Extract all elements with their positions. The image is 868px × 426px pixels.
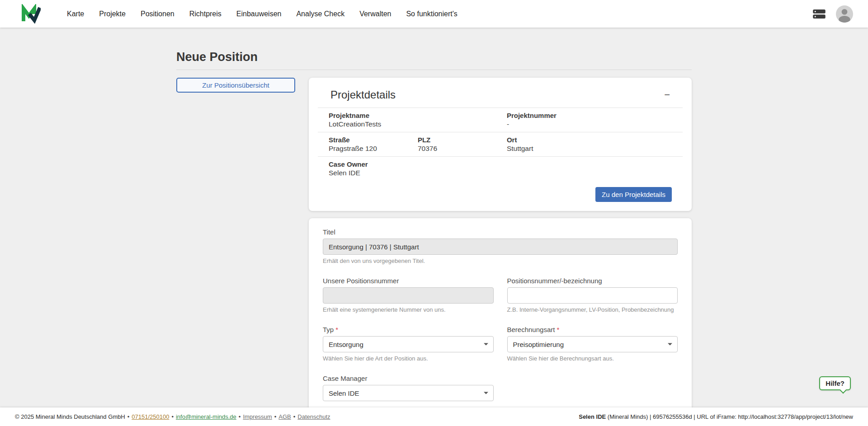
required-asterisk: * (557, 326, 559, 333)
position-form-card: Titel Erhält den von uns vorgegebenen Ti… (309, 218, 692, 420)
projektname-label: Projektname (329, 112, 485, 119)
unsere-positionsnummer-field: Unsere Positionsnummer Erhält eine syste… (323, 277, 494, 313)
positionsnummer-helper: Z.B. Interne-Vorgangsnummer, LV-Position… (507, 306, 678, 313)
nav-richtpreis[interactable]: Richtpreis (189, 10, 222, 18)
projektnummer-label: Projektnummer (507, 112, 672, 119)
nav-karte[interactable]: Karte (67, 10, 84, 18)
berechnungsart-label: Berechnungsart* (507, 326, 678, 333)
server-icon[interactable] (812, 8, 826, 20)
app-header: Karte Projekte Positionen Richtpreis Ein… (0, 0, 868, 28)
nav-einbauweisen[interactable]: Einbauweisen (236, 10, 282, 18)
mineral-minds-logo-icon (21, 4, 41, 24)
table-row: Projektname LotCreationTests Projektnumm… (318, 108, 683, 132)
projektnummer-value: - (507, 120, 672, 128)
header-actions (812, 5, 853, 23)
required-asterisk: * (335, 326, 338, 333)
typ-helper: Wählen Sie hier die Art der Position aus… (323, 355, 494, 362)
positionsnummer-field: Positionsnummer/-bezeichnung Z.B. Intern… (507, 277, 678, 313)
chevron-down-icon (668, 343, 672, 346)
footer-separator: • (293, 413, 296, 420)
footer-separator: • (239, 413, 241, 420)
project-details-table: Projektname LotCreationTests Projektnumm… (318, 108, 683, 181)
table-row: Straße Pragstraße 120 PLZ 70376 Ort Stut… (318, 132, 683, 157)
unsere-positionsnummer-helper: Erhält eine systemgenerierte Nummer von … (323, 306, 494, 313)
titel-helper: Erhält den von uns vorgegebenen Titel. (323, 257, 678, 264)
user-avatar[interactable] (836, 5, 853, 23)
footer: © 2025 Mineral Minds Deutschland GmbH • … (0, 407, 868, 426)
unsere-positionsnummer-label: Unsere Positionsnummer (323, 277, 494, 285)
agb-link[interactable]: AGB (278, 413, 291, 420)
main-nav: Karte Projekte Positionen Richtpreis Ein… (67, 10, 458, 18)
titel-label: Titel (323, 228, 678, 236)
collapse-icon[interactable]: − (664, 90, 670, 100)
case-manager-select[interactable]: Selen IDE (323, 385, 494, 401)
unsere-positionsnummer-input (323, 287, 494, 304)
title-divider (176, 70, 692, 70)
footer-separator: • (274, 413, 277, 420)
page-title: Neue Position (176, 50, 692, 70)
case-manager-select-value: Selen IDE (329, 389, 359, 397)
positionsnummer-label: Positionsnummer/-bezeichnung (507, 277, 678, 285)
typ-select[interactable]: Entsorgung (323, 336, 494, 352)
berechnungsart-label-text: Berechnungsart (507, 326, 555, 333)
email-link[interactable]: info@mineral-minds.de (176, 413, 236, 420)
berechnungsart-field: Berechnungsart* Preisoptimierung Wählen … (507, 326, 678, 362)
brand-logo[interactable] (21, 4, 42, 24)
ort-label: Ort (507, 136, 672, 144)
titel-input (323, 239, 678, 255)
footer-user-name: Selen IDE (579, 413, 606, 420)
strasse-value: Pragstraße 120 (329, 145, 396, 153)
phone-link[interactable]: 07151/250100 (132, 413, 169, 420)
positionsnummer-input[interactable] (507, 287, 678, 304)
footer-session-info: Selen IDE (Mineral Minds) | 69576255536d… (579, 413, 853, 420)
right-column: Projektdetails − Projektname LotCreation… (309, 78, 692, 420)
plz-value: 70376 (418, 145, 485, 153)
case-manager-label: Case Manager (323, 375, 494, 382)
footer-session-text: (Mineral Minds) | 69576255536d | URL of … (606, 413, 853, 420)
datenschutz-link[interactable]: Datenschutz (297, 413, 330, 420)
typ-label-text: Typ (323, 326, 334, 333)
strasse-label: Straße (329, 136, 396, 144)
typ-select-value: Entsorgung (329, 341, 363, 348)
case-owner-value: Selen IDE (329, 169, 672, 177)
chevron-down-icon (484, 392, 488, 394)
chevron-down-icon (484, 343, 488, 346)
back-to-positions-button[interactable]: Zur Positionsübersicht (176, 78, 295, 93)
footer-separator: • (127, 413, 130, 420)
help-button-label: Hilfe? (826, 379, 844, 387)
project-card-title: Projektdetails (330, 89, 396, 101)
nav-analyse-check[interactable]: Analyse Check (296, 10, 344, 18)
nav-so-funktionierts[interactable]: So funktioniert's (406, 10, 457, 18)
person-icon (836, 5, 853, 23)
help-button[interactable]: Hilfe? (819, 376, 851, 390)
table-row: Case Owner Selen IDE (318, 157, 683, 181)
nav-verwalten[interactable]: Verwalten (359, 10, 391, 18)
plz-label: PLZ (418, 136, 485, 144)
copyright-text: © 2025 Mineral Minds Deutschland GmbH (15, 413, 125, 420)
typ-label: Typ* (323, 326, 494, 333)
projektname-value: LotCreationTests (329, 120, 485, 128)
titel-field: Titel Erhält den von uns vorgegebenen Ti… (323, 228, 678, 264)
typ-field: Typ* Entsorgung Wählen Sie hier die Art … (323, 326, 494, 362)
berechnungsart-select[interactable]: Preisoptimierung (507, 336, 678, 352)
berechnungsart-helper: Wählen Sie hier die Berechnungsart aus. (507, 355, 678, 362)
nav-projekte[interactable]: Projekte (99, 10, 126, 18)
main-content: Neue Position Zur Positionsübersicht Pro… (176, 0, 692, 420)
footer-separator: • (171, 413, 174, 420)
footer-left: © 2025 Mineral Minds Deutschland GmbH • … (15, 413, 330, 420)
left-column: Zur Positionsübersicht (176, 78, 295, 93)
project-details-button[interactable]: Zu den Projektdetails (595, 187, 672, 202)
project-details-card: Projektdetails − Projektname LotCreation… (309, 78, 692, 211)
berechnungsart-select-value: Preisoptimierung (513, 341, 564, 348)
case-manager-field: Case Manager Selen IDE (323, 375, 494, 401)
impressum-link[interactable]: Impressum (243, 413, 272, 420)
case-owner-label: Case Owner (329, 160, 672, 168)
nav-positionen[interactable]: Positionen (141, 10, 175, 18)
ort-value: Stuttgart (507, 145, 672, 153)
